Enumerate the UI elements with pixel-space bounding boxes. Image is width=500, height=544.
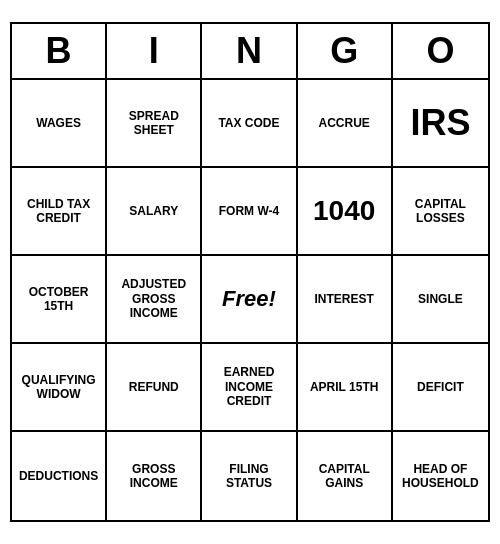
bingo-cell-15: QUALIFYING WIDOW — [12, 344, 107, 432]
header-n: N — [202, 24, 297, 78]
header-b: B — [12, 24, 107, 78]
bingo-grid: WAGESSPREAD SHEETTAX CODEACCRUEIRSCHILD … — [12, 80, 488, 520]
bingo-cell-13: INTEREST — [298, 256, 393, 344]
bingo-cell-10: OCTOBER 15TH — [12, 256, 107, 344]
bingo-cell-6: SALARY — [107, 168, 202, 256]
bingo-cell-22: FILING STATUS — [202, 432, 297, 520]
bingo-cell-8: 1040 — [298, 168, 393, 256]
bingo-cell-16: REFUND — [107, 344, 202, 432]
bingo-cell-5: CHILD TAX CREDIT — [12, 168, 107, 256]
bingo-cell-24: HEAD OF HOUSEHOLD — [393, 432, 488, 520]
header-i: I — [107, 24, 202, 78]
bingo-cell-18: APRIL 15TH — [298, 344, 393, 432]
bingo-cell-12: Free! — [202, 256, 297, 344]
bingo-cell-11: ADJUSTED GROSS INCOME — [107, 256, 202, 344]
bingo-cell-9: CAPITAL LOSSES — [393, 168, 488, 256]
bingo-cell-2: TAX CODE — [202, 80, 297, 168]
bingo-cell-4: IRS — [393, 80, 488, 168]
bingo-cell-3: ACCRUE — [298, 80, 393, 168]
bingo-header: B I N G O — [12, 24, 488, 80]
bingo-cell-14: SINGLE — [393, 256, 488, 344]
header-g: G — [298, 24, 393, 78]
bingo-cell-21: GROSS INCOME — [107, 432, 202, 520]
bingo-cell-1: SPREAD SHEET — [107, 80, 202, 168]
bingo-cell-7: FORM W-4 — [202, 168, 297, 256]
header-o: O — [393, 24, 488, 78]
bingo-cell-0: WAGES — [12, 80, 107, 168]
bingo-cell-19: DEFICIT — [393, 344, 488, 432]
bingo-cell-20: DEDUCTIONS — [12, 432, 107, 520]
bingo-card: B I N G O WAGESSPREAD SHEETTAX CODEACCRU… — [10, 22, 490, 522]
bingo-cell-17: EARNED INCOME CREDIT — [202, 344, 297, 432]
bingo-cell-23: CAPITAL GAINS — [298, 432, 393, 520]
